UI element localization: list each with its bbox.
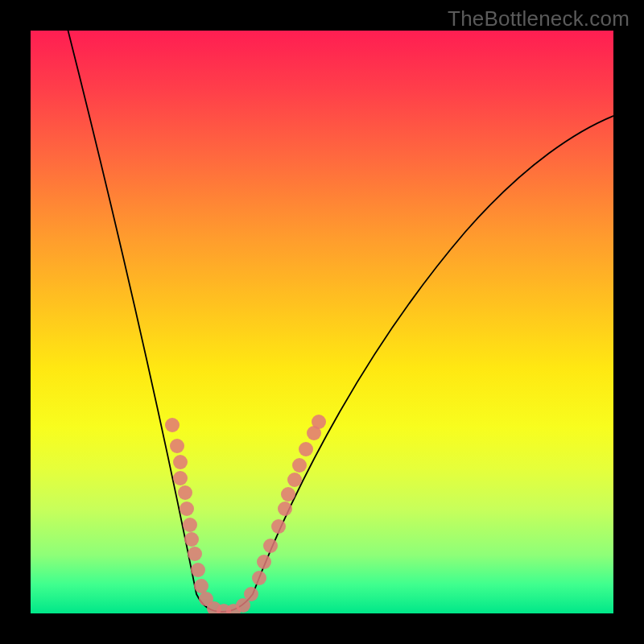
marker-dot [281, 487, 295, 502]
watermark-text: TheBottleneck.com [448, 6, 630, 31]
bottleneck-curve [66, 31, 613, 612]
marker-dot [257, 555, 271, 569]
marker-dot [271, 519, 286, 534]
marker-dot [299, 442, 313, 456]
marker-dot [252, 571, 266, 585]
marker-dot [173, 471, 188, 485]
marker-dot [244, 587, 258, 601]
marker-dot [184, 532, 199, 547]
chart-svg [31, 31, 613, 613]
marker-dot [287, 473, 302, 487]
marker-dot [194, 579, 208, 593]
marker-dot [165, 418, 180, 432]
marker-group [165, 415, 326, 613]
marker-dot [191, 563, 205, 577]
marker-dot [183, 518, 197, 532]
plot-area [31, 31, 613, 613]
marker-dot [178, 485, 192, 500]
marker-dot [292, 458, 307, 473]
marker-dot [278, 502, 292, 516]
marker-dot [263, 539, 278, 553]
marker-dot [312, 415, 326, 429]
marker-dot [188, 547, 202, 561]
chart-frame: TheBottleneck.com [0, 0, 644, 644]
marker-dot [173, 455, 188, 469]
marker-dot [180, 502, 194, 516]
marker-dot [170, 439, 184, 453]
